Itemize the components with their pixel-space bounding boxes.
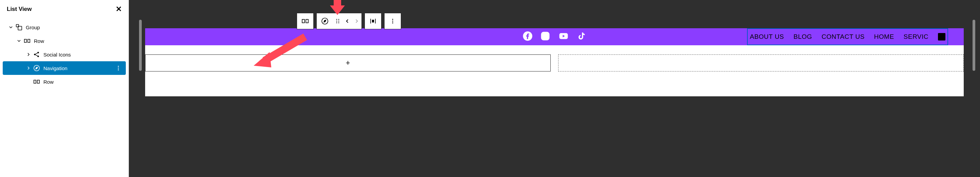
share-icon (33, 50, 41, 58)
svg-point-20 (336, 23, 337, 24)
tree-item-label: Row (43, 79, 54, 85)
tree-item-label: Group (26, 24, 40, 30)
navigation-block[interactable]: ABOUT US BLOG CONTACT US HOME SERVIC + (747, 28, 948, 45)
svg-rect-11 (34, 80, 36, 83)
svg-point-19 (339, 21, 339, 22)
tree-item-label: Row (34, 38, 44, 44)
tiktok-icon[interactable] (577, 31, 586, 43)
move-right-button[interactable] (352, 13, 361, 29)
tree-item-navigation[interactable]: Navigation (3, 61, 126, 75)
svg-point-30 (544, 34, 547, 38)
toolbar-group-parent (297, 13, 313, 29)
svg-point-18 (336, 21, 337, 22)
tree-item-row-2[interactable]: Row (3, 75, 126, 88)
list-view-title: List View (7, 6, 32, 13)
social-icons-block[interactable] (523, 31, 586, 43)
more-options-button[interactable] (385, 13, 401, 29)
scrollbar-handle[interactable] (139, 20, 142, 71)
svg-point-31 (547, 33, 548, 34)
chevron-right-icon[interactable] (24, 52, 33, 56)
row-icon (23, 37, 31, 45)
svg-point-10 (118, 69, 119, 71)
group-icon (15, 23, 23, 31)
nav-link[interactable]: SERVIC (904, 33, 929, 40)
list-view-header: List View ✕ (0, 0, 129, 20)
plus-icon: + (346, 58, 350, 68)
row-icon (33, 77, 41, 86)
tree-item-social-icons[interactable]: Social Icons (3, 48, 126, 61)
editor-canvas: ABOUT US BLOG CONTACT US HOME SERVIC + + (129, 0, 980, 177)
select-row-button[interactable] (297, 13, 313, 29)
svg-point-17 (339, 19, 339, 20)
chevron-down-icon[interactable] (7, 25, 15, 29)
compass-icon (33, 64, 41, 72)
tree-item-label: Social Icons (43, 52, 71, 58)
svg-point-9 (118, 68, 119, 69)
tree-item-more-button[interactable] (114, 64, 123, 72)
close-list-view-button[interactable]: ✕ (116, 5, 122, 13)
tree-item-group[interactable]: Group (3, 21, 126, 34)
svg-rect-2 (24, 39, 27, 42)
youtube-icon[interactable] (558, 31, 570, 43)
instagram-icon[interactable] (540, 31, 550, 43)
close-icon: ✕ (116, 5, 122, 13)
tree-item-row[interactable]: Row (3, 34, 126, 48)
block-tree: Group Row Social Icons (0, 20, 129, 89)
svg-rect-12 (37, 80, 39, 83)
add-block-appender[interactable]: + (145, 55, 551, 71)
svg-point-25 (392, 19, 393, 20)
nav-link[interactable]: BLOG (794, 33, 812, 40)
svg-point-27 (392, 23, 393, 24)
svg-point-26 (392, 21, 393, 22)
chevron-right-icon[interactable] (24, 66, 33, 70)
chevron-down-icon[interactable] (15, 39, 23, 43)
nav-link[interactable]: ABOUT US (750, 33, 784, 40)
justify-button[interactable] (365, 13, 381, 29)
nav-link[interactable]: HOME (874, 33, 894, 40)
add-nav-item-button[interactable]: + (938, 33, 945, 40)
block-toolbar (297, 13, 401, 29)
svg-rect-13 (302, 19, 304, 23)
svg-point-16 (336, 19, 337, 20)
tree-item-label: Navigation (43, 65, 67, 71)
scrollbar-handle[interactable] (972, 20, 975, 71)
facebook-icon[interactable] (523, 31, 533, 43)
svg-rect-3 (28, 39, 30, 42)
svg-rect-24 (372, 20, 374, 23)
nav-link[interactable]: CONTACT US (822, 33, 865, 40)
arrow-annotation-diagonal (244, 33, 309, 71)
svg-point-8 (118, 66, 119, 67)
svg-point-21 (339, 23, 339, 24)
toolbar-group-justify (364, 13, 382, 29)
empty-row-placeholder[interactable] (558, 55, 964, 71)
svg-rect-14 (306, 19, 308, 23)
arrow-annotation-top (327, 0, 348, 16)
toolbar-group-more (384, 13, 401, 29)
list-view-panel: List View ✕ Group Row (0, 0, 129, 177)
